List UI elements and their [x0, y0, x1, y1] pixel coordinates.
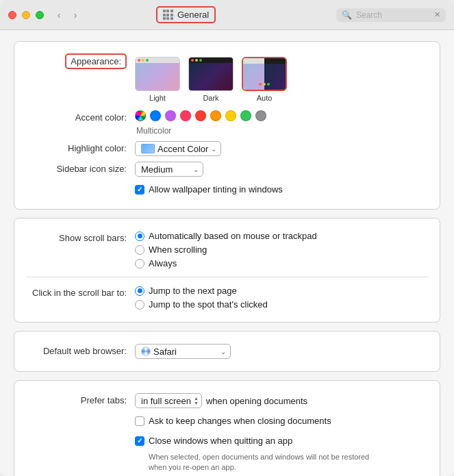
ask-changes-row: Ask to keep changes when closing documen… [25, 411, 429, 431]
accent-orange[interactable] [210, 110, 221, 121]
click-scroll-content: Jump to the next page Jump to the spot t… [135, 286, 429, 310]
search-clear-icon[interactable]: ✕ [434, 10, 440, 19]
browser-section: Default web browser: Safari ⌄ [14, 331, 440, 372]
close-windows-checkbox-row: Close windows when quitting an app [135, 434, 292, 448]
accent-multicolor[interactable] [135, 110, 146, 121]
close-windows-checkbox[interactable] [135, 436, 144, 446]
accent-yellow[interactable] [225, 110, 236, 121]
wallpaper-content: Allow wallpaper tinting in windows [135, 182, 429, 197]
click-scroll-label: Click in the scroll bar to: [25, 286, 135, 301]
show-scroll-bars-row: Show scroll bars: Automatically based on… [25, 228, 429, 271]
window-body: Appearance: [0, 30, 454, 476]
scroll-auto-label: Automatically based on mouse or trackpad [149, 231, 317, 241]
scroll-when-scrolling-radio[interactable] [135, 245, 144, 255]
grid-icon [163, 10, 173, 20]
show-scroll-bars-label: Show scroll bars: [25, 231, 135, 246]
search-bar[interactable]: 🔍 Search ✕ [336, 8, 446, 22]
minimize-button[interactable] [22, 11, 30, 19]
close-windows-description: When selected, open documents and window… [149, 452, 381, 473]
ask-changes-label: Ask to keep changes when closing documen… [149, 416, 331, 426]
prefer-tabs-arrows: ▲ ▼ [194, 396, 199, 405]
wallpaper-checkbox[interactable] [135, 185, 144, 195]
safari-icon [141, 347, 151, 356]
accent-color-content: Multicolor [135, 110, 429, 136]
appearance-label: Appearance: [25, 54, 135, 69]
show-scroll-bars-content: Automatically based on mouse or trackpad… [135, 231, 429, 268]
click-spot-row: Jump to the spot that's clicked [135, 299, 268, 310]
scroll-auto-radio[interactable] [135, 231, 144, 241]
accent-color-label: Accent color: [25, 110, 135, 125]
click-next-page-row: Jump to the next page [135, 286, 268, 296]
close-button[interactable] [8, 11, 16, 19]
appearance-dark-card[interactable]: Dark [188, 57, 234, 102]
ask-changes-content: Ask to keep changes when closing documen… [135, 414, 429, 428]
light-label: Light [149, 94, 166, 102]
prefer-tabs-row: Prefer tabs: in full screen ▲ ▼ when ope… [25, 390, 429, 411]
default-browser-value: Safari [153, 347, 177, 357]
default-browser-label: Default web browser: [25, 344, 135, 359]
down-arrow: ▼ [194, 401, 199, 405]
accent-pink[interactable] [180, 110, 191, 121]
default-browser-dropdown[interactable]: Safari ⌄ [135, 344, 231, 359]
click-spot-label: Jump to the spot that's clicked [149, 299, 268, 310]
wallpaper-tinting-row: Allow wallpaper tinting in windows [25, 179, 429, 199]
accent-green[interactable] [240, 110, 251, 121]
accent-color-row: Accent color: [25, 108, 429, 138]
wallpaper-label: Allow wallpaper tinting in windows [149, 184, 283, 195]
click-spot-radio[interactable] [135, 300, 144, 310]
scroll-when-scrolling-row: When scrolling [135, 245, 317, 255]
accent-gray[interactable] [255, 110, 266, 121]
accent-selected-label: Multicolor [136, 126, 171, 136]
appearance-light-card[interactable]: Light [135, 57, 180, 102]
window: ‹ › General 🔍 Search ✕ [0, 0, 454, 476]
close-windows-label: Close windows when quitting an app [149, 436, 292, 446]
light-card-image [135, 57, 180, 91]
appearance-label-text: Appearance: [65, 53, 127, 69]
search-placeholder: Search [356, 10, 382, 20]
highlight-color-dropdown[interactable]: Accent Color ⌄ [135, 141, 221, 156]
click-scroll-radio-group: Jump to the next page Jump to the spot t… [135, 286, 268, 310]
highlight-color-value: Accent Color [157, 144, 208, 154]
highlight-color-row: Highlight color: Accent Color ⌄ [25, 138, 429, 159]
sidebar-icon-size-dropdown[interactable]: Medium ⌄ [135, 162, 203, 177]
scroll-always-row: Always [135, 258, 317, 268]
prefer-tabs-content: in full screen ▲ ▼ when opening document… [135, 393, 429, 408]
click-next-page-radio[interactable] [135, 286, 144, 296]
browser-dropdown-arrow: ⌄ [220, 348, 226, 355]
scroll-always-radio[interactable] [135, 259, 144, 268]
up-arrow: ▲ [194, 396, 199, 401]
accent-purple[interactable] [165, 110, 176, 121]
prefer-tabs-dropdown[interactable]: in full screen ▲ ▼ [135, 393, 202, 408]
auto-label: Auto [257, 94, 273, 102]
dark-label: Dark [203, 94, 218, 102]
prefer-tabs-inline: in full screen ▲ ▼ when opening document… [135, 393, 307, 408]
sidebar-icon-size-label: Sidebar icon size: [25, 162, 135, 177]
click-next-page-label: Jump to the next page [149, 286, 237, 296]
title-area: General [36, 6, 336, 23]
wallpaper-checkbox-row: Allow wallpaper tinting in windows [135, 182, 283, 197]
scroll-bars-radio-group: Automatically based on mouse or trackpad… [135, 231, 317, 268]
settings-content: Appearance: [0, 30, 454, 476]
ask-changes-checkbox[interactable] [135, 416, 144, 426]
accent-red[interactable] [195, 110, 206, 121]
click-scroll-row: Click in the scroll bar to: Jump to the … [25, 283, 429, 312]
scroll-when-scrolling-label: When scrolling [149, 245, 207, 255]
default-browser-content: Safari ⌄ [135, 344, 429, 359]
highlight-swatch [141, 144, 155, 153]
appearance-auto-card[interactable]: Auto [242, 57, 287, 102]
sidebar-icon-size-row: Sidebar icon size: Medium ⌄ [25, 159, 429, 179]
prefer-tabs-value: in full screen [141, 396, 191, 406]
search-icon: 🔍 [342, 10, 352, 20]
close-windows-row: Close windows when quitting an app When … [25, 431, 429, 476]
prefer-tabs-label: Prefer tabs: [25, 393, 135, 408]
scroll-section: Show scroll bars: Automatically based on… [14, 218, 440, 323]
ask-changes-checkbox-row: Ask to keep changes when closing documen… [135, 414, 331, 428]
highlight-color-label: Highlight color: [25, 141, 135, 156]
title-icon: General [156, 6, 216, 23]
accent-blue[interactable] [150, 110, 161, 121]
prefer-tabs-suffix: when opening documents [206, 396, 307, 406]
appearance-row: Appearance: [25, 51, 429, 108]
tabs-section: Prefer tabs: in full screen ▲ ▼ when ope… [14, 380, 440, 476]
dark-card-image [188, 57, 234, 91]
sidebar-icon-size-content: Medium ⌄ [135, 162, 429, 177]
